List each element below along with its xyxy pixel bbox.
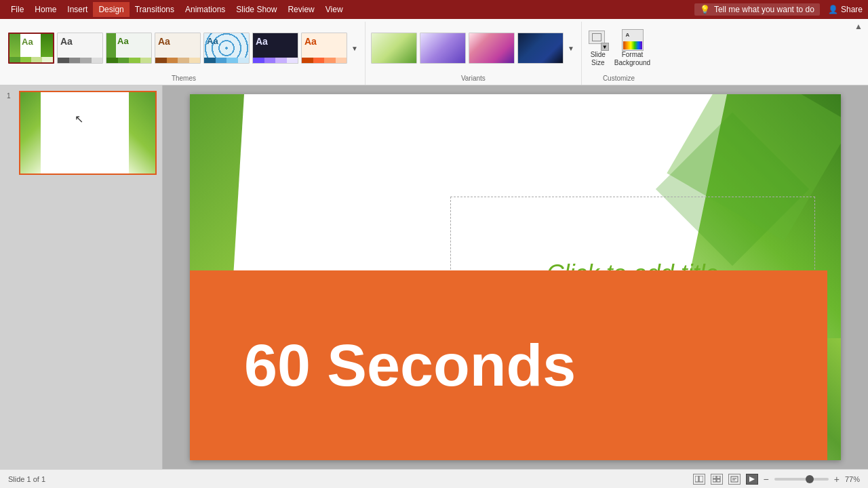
reading-view-button[interactable] xyxy=(728,474,741,485)
theme-thumb-1[interactable]: Aa xyxy=(8,33,54,64)
status-bar: Slide 1 of 1 − + 77% xyxy=(0,469,868,488)
search-text: Tell me what you want to do xyxy=(714,5,814,14)
overlay-text: 60 Seconds xyxy=(244,331,576,400)
theme-thumb-6[interactable]: Aa xyxy=(252,33,298,64)
format-background-button[interactable]: A FormatBackground xyxy=(614,29,650,67)
slide-sorter-button[interactable] xyxy=(711,474,723,485)
customize-section: ▼ SlideSize A FormatBackground xyxy=(582,22,656,85)
canvas-area[interactable]: Click to add title subtitle 60 Seconds xyxy=(163,85,868,469)
customize-items: ▼ SlideSize A FormatBackground xyxy=(587,22,650,75)
slide-size-button[interactable]: ▼ SlideSize xyxy=(587,29,609,67)
slide-thumbnail-1[interactable]: ↖ xyxy=(19,91,157,175)
menu-design[interactable]: Design xyxy=(93,2,129,17)
thumb-green-left xyxy=(20,92,41,174)
menu-home[interactable]: Home xyxy=(29,2,62,17)
zoom-level[interactable]: 77% xyxy=(845,475,860,483)
variants-scroll-down[interactable]: ▼ xyxy=(566,43,576,54)
slide-size-label: SlideSize xyxy=(591,51,606,67)
svg-rect-0 xyxy=(695,476,698,482)
theme-thumb-5[interactable]: Aa xyxy=(203,33,250,64)
slide-panel: 1 ↖ xyxy=(0,85,163,469)
slide-thumb-container: 1 ↖ xyxy=(19,91,157,175)
thumb-green-right xyxy=(129,92,156,174)
themes-scroll-down[interactable]: ▼ xyxy=(350,43,359,54)
cursor-indicator: ↖ xyxy=(75,113,83,125)
lightbulb-icon: 💡 xyxy=(700,5,710,14)
ribbon-collapse-button[interactable]: ▲ xyxy=(854,22,863,31)
share-button[interactable]: 👤 Share xyxy=(828,5,863,14)
ribbon-content: Aa Aa xyxy=(0,19,868,85)
status-right: − + 77% xyxy=(693,474,860,485)
slide-canvas: Click to add title subtitle 60 Seconds xyxy=(190,94,841,460)
zoom-slider[interactable] xyxy=(774,478,829,481)
normal-view-button[interactable] xyxy=(693,474,705,485)
svg-rect-3 xyxy=(717,476,720,479)
theme-thumb-7[interactable]: Aa xyxy=(301,33,347,64)
theme-thumb-3[interactable]: Aa xyxy=(106,33,152,64)
search-bar[interactable]: 💡 Tell me what you want to do xyxy=(694,3,820,16)
zoom-slider-thumb[interactable] xyxy=(806,475,814,483)
format-background-label: FormatBackground xyxy=(614,51,650,67)
svg-rect-5 xyxy=(717,479,720,482)
zoom-out-button[interactable]: − xyxy=(764,474,769,485)
svg-rect-4 xyxy=(713,479,716,482)
variant-thumb-1[interactable] xyxy=(371,33,417,64)
menu-transitions[interactable]: Transitions xyxy=(130,2,180,17)
theme-thumb-2[interactable]: Aa xyxy=(57,33,103,64)
theme-thumb-4[interactable]: Aa xyxy=(155,33,201,64)
svg-marker-9 xyxy=(749,476,755,482)
slide-number: 1 xyxy=(7,92,11,100)
svg-rect-1 xyxy=(699,476,703,482)
menu-bar: File Home Insert Design Transitions Anim… xyxy=(0,0,868,19)
variants-items: ▼ xyxy=(371,22,576,75)
ribbon: Aa Aa xyxy=(0,19,868,85)
variants-label: Variants xyxy=(371,75,576,85)
svg-rect-6 xyxy=(731,476,738,482)
main-area: 1 ↖ Click t xyxy=(0,85,868,469)
orange-overlay: 60 Seconds xyxy=(190,270,827,460)
variants-section: ▼ Variants xyxy=(366,22,582,85)
menu-animations[interactable]: Animations xyxy=(180,2,231,17)
customize-label: Customize xyxy=(587,75,650,85)
slide-thumb-inner: ↖ xyxy=(20,92,156,174)
menu-review[interactable]: Review xyxy=(282,2,319,17)
themes-items: Aa Aa xyxy=(8,22,359,75)
menu-slideshow[interactable]: Slide Show xyxy=(231,2,282,17)
zoom-in-button[interactable]: + xyxy=(834,474,840,485)
slide-info: Slide 1 of 1 xyxy=(8,475,45,483)
variant-thumb-3[interactable] xyxy=(469,33,515,64)
variant-thumb-2[interactable] xyxy=(420,33,466,64)
themes-section: Aa Aa xyxy=(3,22,366,85)
themes-label: Themes xyxy=(8,75,359,85)
person-icon: 👤 xyxy=(828,5,838,14)
svg-rect-2 xyxy=(713,476,716,479)
menu-view[interactable]: View xyxy=(320,2,349,17)
menu-insert[interactable]: Insert xyxy=(62,2,93,17)
slideshow-button[interactable] xyxy=(746,474,758,485)
variant-thumb-4[interactable] xyxy=(517,33,564,64)
menu-file[interactable]: File xyxy=(5,2,29,17)
